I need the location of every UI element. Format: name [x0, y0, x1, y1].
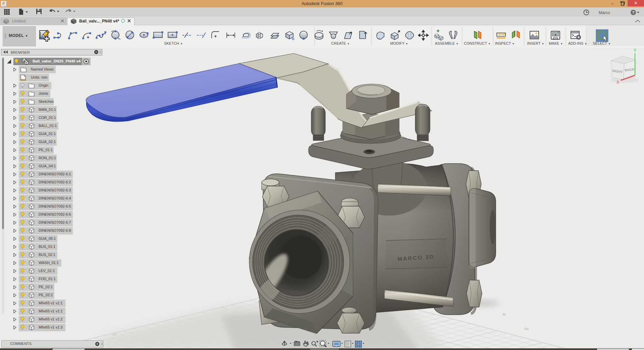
svg-text:X: X	[616, 80, 619, 85]
svg-text:Y: Y	[634, 48, 636, 53]
